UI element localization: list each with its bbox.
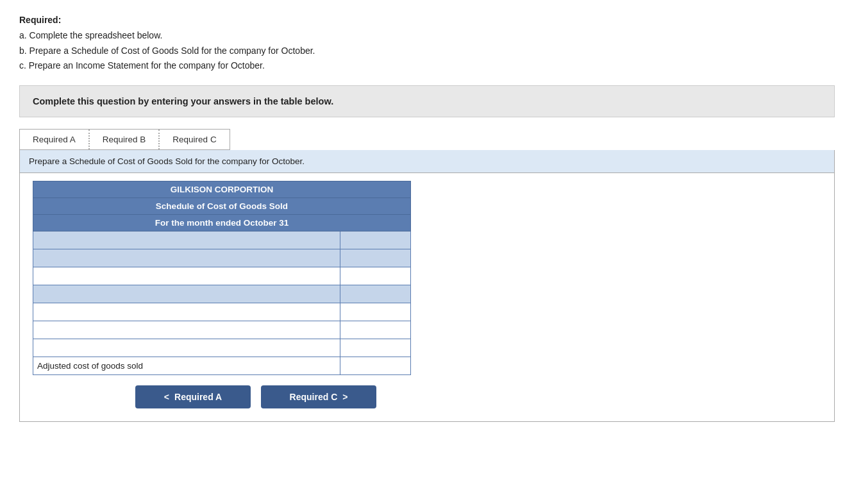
tab-required-a[interactable]: Required A [20,130,90,149]
table-row [33,321,411,339]
table-row [33,231,411,249]
table-row [33,285,411,303]
row-3-label-input[interactable] [37,269,336,283]
tabs-container: Required A Required B Required C [19,129,230,150]
row-2-value [340,249,411,267]
row-4-label-input[interactable] [37,287,336,301]
row-5-label-input[interactable] [37,305,336,319]
schedule-table: GILKISON CORPORTION Schedule of Cost of … [33,181,411,375]
spreadsheet-wrapper: GILKISON CORPORTION Schedule of Cost of … [20,173,834,421]
prev-button[interactable]: Required A [135,385,251,408]
row-6-label-input[interactable] [37,323,336,337]
tabs-wrapper: Required A Required B Required C Prepare… [19,129,835,422]
required-label: Required: [19,15,61,25]
table-header-title: Schedule of Cost of Goods Sold [33,198,411,215]
row-1-value-input[interactable] [340,231,410,249]
table-row [33,303,411,321]
row-2-value-input[interactable] [340,249,410,267]
row-1-value [340,231,411,249]
row-6-label [33,321,340,339]
tab-section: Prepare a Schedule of Cost of Goods Sold… [19,150,835,422]
table-row-last: Adjusted cost of goods sold [33,357,411,375]
row-4-label [33,285,340,303]
row-3-value [340,267,411,285]
row-2-label-input[interactable] [37,251,336,265]
schedule-period: For the month ended October 31 [33,215,411,231]
schedule-title: Schedule of Cost of Goods Sold [33,198,411,215]
row-6-value-input[interactable] [340,321,410,339]
row-1-label-input[interactable] [37,233,336,248]
row-7-value [340,339,411,357]
row-4-value [340,285,411,303]
table-row [33,267,411,285]
nav-buttons: Required A Required C [33,385,821,408]
row-1-label [33,231,340,249]
last-row-label: Adjusted cost of goods sold [33,357,340,375]
row-5-value [340,303,411,321]
row-3-value-input[interactable] [340,267,410,285]
row-7-label [33,339,340,357]
row-2-label [33,249,340,267]
row-5-label [33,303,340,321]
row-3-label [33,267,340,285]
instruction-a: a. Complete the spreadsheet below. [19,30,162,40]
company-name: GILKISON CORPORTION [33,181,411,198]
instruction-b: b. Prepare a Schedule of Cost of Goods S… [19,46,315,56]
table-header-period: For the month ended October 31 [33,215,411,231]
row-5-value-input[interactable] [340,303,410,321]
table-row [33,249,411,267]
table-header-company: GILKISON CORPORTION [33,181,411,198]
complete-box: Complete this question by entering your … [19,85,835,117]
table-row [33,339,411,357]
instruction-c: c. Prepare an Income Statement for the c… [19,60,265,71]
last-row-value-input[interactable] [340,357,410,374]
chevron-right-icon [342,392,347,402]
last-row-value [340,357,411,375]
row-6-value [340,321,411,339]
chevron-left-icon [164,392,169,402]
instructions: Required: a. Complete the spreadsheet be… [19,13,835,74]
tab-required-c[interactable]: Required C [160,130,229,149]
tab-description: Prepare a Schedule of Cost of Goods Sold… [20,150,834,173]
row-7-value-input[interactable] [340,339,410,357]
row-4-value-input[interactable] [340,285,410,303]
tab-required-b[interactable]: Required B [90,130,160,149]
row-7-label-input[interactable] [37,340,336,355]
next-button[interactable]: Required C [261,385,376,408]
